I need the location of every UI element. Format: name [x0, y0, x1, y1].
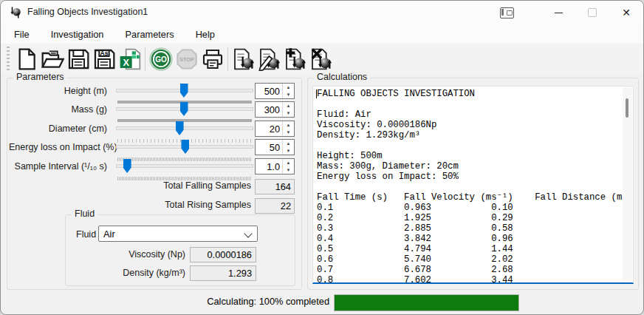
- sample-interval-input[interactable]: 1.0▲▼: [255, 158, 295, 175]
- height-label: Height (m): [9, 86, 107, 96]
- toolbar-separator: [145, 47, 145, 71]
- status-text: Calculating: 100% completed: [178, 296, 329, 307]
- maximize-icon: [588, 8, 597, 17]
- total-rising-samples-value: 22: [255, 198, 295, 214]
- slider-track[interactable]: [116, 126, 253, 130]
- stop-button[interactable]: [174, 46, 199, 72]
- height-row: Height (m)500▲▼: [7, 83, 301, 100]
- save-as-button[interactable]: [91, 46, 117, 72]
- fluid-select[interactable]: Air: [98, 226, 258, 242]
- total-falling-samples-value: 164: [255, 179, 295, 194]
- viscosity-value: 0.0000186: [190, 247, 256, 262]
- progress-bar: [334, 294, 519, 311]
- sample-interval-slider[interactable]: [111, 158, 256, 175]
- close-icon: ✕: [622, 7, 631, 18]
- energy-loss-input[interactable]: 50▲▼: [255, 139, 295, 155]
- calculations-textbox[interactable]: FALLING OBJECTS INVESTIGATION Fluid: Air…: [312, 86, 634, 284]
- delete-investigation-button[interactable]: [308, 46, 334, 72]
- calculations-text: FALLING OBJECTS INVESTIGATION Fluid: Air…: [313, 87, 633, 284]
- calculations-group: Calculations FALLING OBJECTS INVESTIGATI…: [307, 78, 639, 290]
- go-button[interactable]: [148, 46, 174, 72]
- height-input[interactable]: 500▲▼: [255, 83, 295, 99]
- mass-slider[interactable]: [111, 101, 256, 118]
- close-button[interactable]: ✕: [609, 1, 643, 24]
- progress-fill: [335, 295, 518, 311]
- print-icon: [201, 47, 225, 71]
- text-caret: [316, 89, 317, 98]
- edit-investigation-button[interactable]: [256, 46, 282, 72]
- parameters-group-label: Parameters: [13, 72, 67, 82]
- print-button[interactable]: [199, 46, 225, 72]
- spin-down-button[interactable]: ▼: [283, 109, 294, 117]
- slider-thumb[interactable]: [180, 84, 188, 98]
- go-icon: [149, 47, 173, 71]
- energy-loss-value: 50: [256, 142, 282, 153]
- slider-thumb[interactable]: [180, 102, 188, 116]
- investigation-view-icon: [232, 47, 256, 71]
- diameter-row: Diameter (cm)20▲▼: [7, 121, 301, 138]
- excel-export-icon: [118, 47, 142, 71]
- energy-loss-label: Energy loss on Impact (%): [9, 142, 107, 152]
- fluid-group-label: Fluid: [72, 209, 97, 219]
- slider-thumb[interactable]: [181, 140, 189, 154]
- fluid-combo-label: Fluid: [76, 229, 96, 240]
- toolbar-grip[interactable]: [7, 47, 10, 72]
- spin-down-button[interactable]: ▼: [283, 129, 294, 136]
- toolbar: [1, 44, 643, 75]
- mass-value: 300: [256, 104, 282, 115]
- height-slider[interactable]: [111, 83, 256, 100]
- total-rising-samples-label: Total Rising Samples: [9, 200, 251, 210]
- spin-up-button[interactable]: ▲: [283, 159, 294, 166]
- slider-thumb[interactable]: [176, 121, 184, 135]
- slider-track[interactable]: [116, 164, 253, 168]
- spin-down-button[interactable]: ▼: [283, 166, 294, 174]
- menu-item-parameters[interactable]: Parameters: [117, 27, 181, 42]
- minimize-icon: [555, 13, 563, 13]
- spin-up-button[interactable]: ▲: [283, 84, 294, 91]
- window-title: Falling Objects Investigation1: [27, 7, 148, 17]
- diameter-label: Diameter (cm): [9, 123, 107, 134]
- menu-item-file[interactable]: File: [7, 27, 37, 42]
- investigation-add-icon: [284, 47, 307, 71]
- density-value: 1.293: [190, 265, 256, 281]
- slider-thumb[interactable]: [123, 159, 131, 173]
- fluid-group: Fluid Fluid Air Viscosity (Np)0.0000186D…: [65, 214, 295, 286]
- mass-row: Mass (g)300▲▼: [7, 101, 301, 118]
- total-falling-samples-row: Total Falling Samples164: [7, 180, 301, 197]
- viscosity-label: Viscosity (Np): [67, 249, 185, 260]
- vertical-scrollbar[interactable]: [623, 87, 632, 281]
- menu-item-help[interactable]: Help: [188, 27, 222, 42]
- density-label: Density (kg/m³): [67, 268, 185, 278]
- menu-item-investigation[interactable]: Investigation: [44, 27, 112, 42]
- open-file-button[interactable]: [39, 46, 65, 72]
- new-document-button[interactable]: [13, 46, 39, 72]
- spin-up-button[interactable]: ▲: [283, 102, 294, 109]
- app-window: Falling Objects Investigation1 ✕ FileInv…: [0, 0, 644, 315]
- spin-down-button[interactable]: ▼: [283, 147, 294, 155]
- energy-loss-slider[interactable]: [111, 139, 256, 156]
- spin-up-button[interactable]: ▲: [283, 121, 294, 129]
- fluid-selected-value: Air: [103, 228, 115, 240]
- export-excel-button[interactable]: [117, 46, 143, 72]
- energy-loss-row: Energy loss on Impact (%)50▲▼: [7, 139, 301, 156]
- save-icon: [66, 47, 90, 71]
- diameter-input[interactable]: 20▲▼: [255, 121, 295, 137]
- investigation-delete-icon: [309, 47, 333, 71]
- scrollbar-thumb[interactable]: [626, 98, 628, 118]
- save-button[interactable]: [65, 46, 91, 72]
- add-investigation-button[interactable]: [282, 46, 308, 72]
- minimize-button[interactable]: [541, 1, 575, 24]
- diameter-slider[interactable]: [111, 121, 256, 138]
- mass-input[interactable]: 300▲▼: [255, 101, 295, 118]
- panel-layout-icon[interactable]: [500, 7, 514, 18]
- sample-interval-label: Sample Interval (¹/₁₀ s): [9, 161, 107, 172]
- height-value: 500: [256, 86, 282, 97]
- diameter-value: 20: [256, 123, 282, 135]
- new-document-icon: [15, 47, 38, 71]
- maximize-button[interactable]: [575, 1, 609, 24]
- total-falling-samples-label: Total Falling Samples: [9, 180, 251, 191]
- view-investigation-button[interactable]: [230, 46, 256, 72]
- spin-down-button[interactable]: ▼: [283, 91, 294, 98]
- mass-label: Mass (g): [9, 104, 107, 115]
- spin-up-button[interactable]: ▲: [283, 140, 294, 147]
